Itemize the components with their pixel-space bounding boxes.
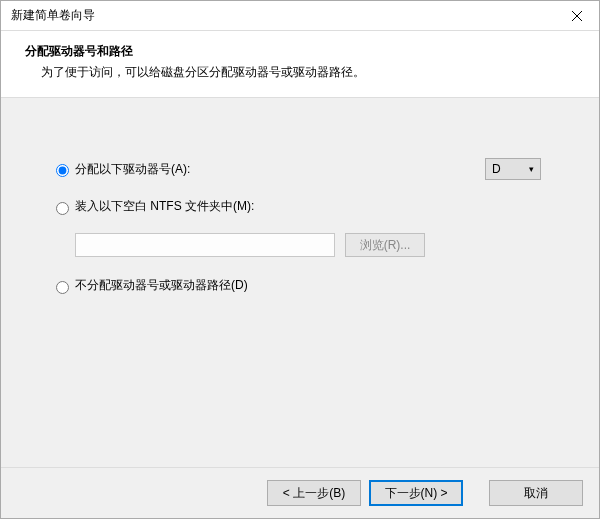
wizard-header: 分配驱动器号和路径 为了便于访问，可以给磁盘分区分配驱动器号或驱动器路径。 — [1, 31, 599, 97]
drive-letter-select[interactable]: D ▾ — [485, 158, 541, 180]
option-assign-letter-row: 分配以下驱动器号(A): D ▾ — [51, 158, 549, 180]
back-button[interactable]: < 上一步(B) — [267, 480, 361, 506]
wizard-footer: < 上一步(B) 下一步(N) > 取消 — [1, 468, 599, 518]
chevron-down-icon: ▾ — [529, 164, 534, 174]
wizard-content: 分配以下驱动器号(A): D ▾ 装入以下空白 NTFS 文件夹中(M): 浏览… — [1, 97, 599, 468]
next-button[interactable]: 下一步(N) > — [369, 480, 463, 506]
cancel-button[interactable]: 取消 — [489, 480, 583, 506]
option-no-assign-row: 不分配驱动器号或驱动器路径(D) — [51, 277, 549, 294]
radio-no-assign-label: 不分配驱动器号或驱动器路径(D) — [75, 277, 248, 294]
radio-mount-folder-label: 装入以下空白 NTFS 文件夹中(M): — [75, 198, 254, 215]
browse-button[interactable]: 浏览(R)... — [345, 233, 425, 257]
close-icon — [572, 11, 582, 21]
option-mount-folder-row: 装入以下空白 NTFS 文件夹中(M): — [51, 198, 549, 215]
header-subtitle: 为了便于访问，可以给磁盘分区分配驱动器号或驱动器路径。 — [25, 64, 575, 81]
wizard-window: 新建简单卷向导 分配驱动器号和路径 为了便于访问，可以给磁盘分区分配驱动器号或驱… — [0, 0, 600, 519]
titlebar: 新建简单卷向导 — [1, 1, 599, 31]
window-title: 新建简单卷向导 — [11, 7, 554, 24]
drive-letter-value: D — [492, 162, 501, 176]
mount-path-input[interactable] — [75, 233, 335, 257]
mount-path-row: 浏览(R)... — [75, 233, 549, 257]
radio-assign-letter[interactable] — [56, 164, 69, 177]
radio-mount-folder[interactable] — [56, 202, 69, 215]
radio-no-assign[interactable] — [56, 281, 69, 294]
close-button[interactable] — [554, 1, 599, 31]
radio-assign-letter-label: 分配以下驱动器号(A): — [75, 161, 190, 178]
header-title: 分配驱动器号和路径 — [25, 43, 575, 60]
